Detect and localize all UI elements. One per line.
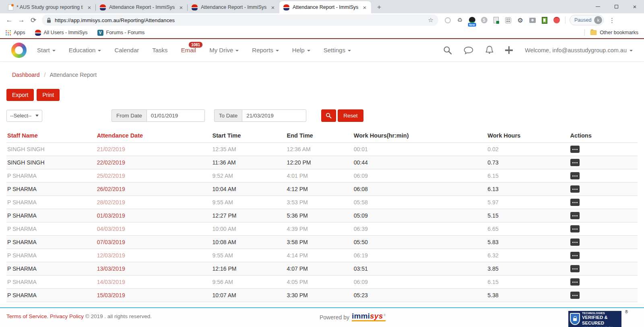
nav-settings[interactable]: Settings <box>324 47 351 53</box>
breadcrumb-dashboard-link[interactable]: Dashboard <box>12 72 40 78</box>
row-actions-button[interactable] <box>570 159 580 166</box>
chevron-down-icon <box>276 50 279 51</box>
staff-select-dropdown[interactable]: --Select-- <box>6 110 42 122</box>
search-button[interactable] <box>321 109 336 122</box>
staff-name-cell: P SHARMA <box>6 183 96 196</box>
close-tab-icon[interactable]: × <box>270 4 276 11</box>
gear-extension-icon[interactable]: ⚙ <box>516 16 524 24</box>
address-bar[interactable]: https://app.immisys.com.au/Reporting/Att… <box>42 14 438 26</box>
export-button[interactable]: Export <box>6 89 34 101</box>
document-extension-icon[interactable] <box>492 16 500 24</box>
forward-button[interactable]: → <box>15 14 27 26</box>
browser-tab-2[interactable]: Attendance Report - ImmiSys × <box>96 1 188 13</box>
profile-sync-paused-button[interactable]: Paused k <box>570 15 604 25</box>
row-actions-button[interactable] <box>570 199 580 206</box>
row-actions-button[interactable] <box>570 212 580 219</box>
from-date-label: From Date <box>111 109 147 122</box>
close-tab-icon[interactable]: × <box>178 4 184 11</box>
nav-email[interactable]: Email 1081 <box>181 47 196 53</box>
row-actions-button[interactable] <box>570 146 580 153</box>
row-actions-button[interactable] <box>570 252 580 259</box>
table-row: P SHARMA 01/03/2019 12:27 PM 5:36 PM 05:… <box>6 209 638 222</box>
print-button[interactable]: Print <box>37 89 60 101</box>
nav-tasks[interactable]: Tasks <box>152 47 167 53</box>
other-bookmarks-button[interactable]: Other bookmarks <box>584 29 638 36</box>
ellipsis-icon <box>574 162 576 163</box>
browser-tab-4-active[interactable]: Attendance Report - ImmiSys × <box>279 1 371 13</box>
grey-circle-extension-icon[interactable] <box>444 16 452 24</box>
attendance-table-body: SINGH SINGH 21/02/2019 12:35 AM 12:36 AM… <box>6 143 638 302</box>
nav-help[interactable]: Help <box>292 47 310 53</box>
nav-start[interactable]: Start <box>37 47 56 53</box>
orange-ball-extension-icon[interactable] <box>553 16 560 24</box>
breadcrumb: Dashboard / Attendance Report <box>12 72 644 78</box>
ellipsis-icon <box>574 202 576 203</box>
chrome-menu-icon[interactable]: ⋮ <box>607 16 617 24</box>
apps-shortcut[interactable]: Apps <box>6 30 25 35</box>
privacy-link[interactable]: Privacy Policy <box>50 313 84 319</box>
tab-title: Attendance Report - ImmiSys <box>293 4 358 10</box>
tab-title: Attendance Report - ImmiSys <box>109 4 175 10</box>
row-actions-button[interactable] <box>570 225 580 232</box>
nav-my-drive[interactable]: My Drive <box>209 47 239 53</box>
new-tab-button[interactable]: + <box>374 2 385 13</box>
work-hours-cell: 0.02 <box>487 143 569 156</box>
row-actions-button[interactable] <box>570 265 580 272</box>
row-actions-button[interactable] <box>570 172 580 179</box>
badge-verified: VERIFIED & SECURED <box>582 315 619 326</box>
attendance-date-cell: 25/02/2019 <box>96 169 212 183</box>
nav-calendar[interactable]: Calendar <box>114 47 139 53</box>
to-date-input[interactable] <box>242 109 306 122</box>
adblock-extension-icon[interactable]: New <box>468 16 476 24</box>
attendance-date-cell: 01/03/2019 <box>96 209 212 222</box>
bookmark-label: All Users - ImmiSys <box>44 30 88 35</box>
close-window-button[interactable]: × <box>625 0 644 13</box>
immisys-logo[interactable]: immisys® <box>352 312 386 321</box>
powered-by-label: Powered by <box>320 314 349 321</box>
search-icon[interactable] <box>443 45 452 55</box>
bookmark-all-users[interactable]: All Users - ImmiSys <box>35 30 88 36</box>
from-date-input[interactable] <box>147 109 205 122</box>
col-attendance-date[interactable]: Attendance Date <box>96 129 212 143</box>
row-actions-button[interactable] <box>570 239 580 246</box>
staff-name-cell: P SHARMA <box>6 289 96 302</box>
s-extension-icon[interactable]: S <box>480 16 488 24</box>
reset-button[interactable]: Reset <box>338 109 363 122</box>
row-actions-button[interactable] <box>570 185 580 193</box>
from-date-group: From Date <box>111 109 205 122</box>
browser-tab-1[interactable]: * AUS Study group reporting tha × <box>4 1 96 13</box>
browser-tab-3[interactable]: Attendance Report - ImmiSys × <box>188 1 279 13</box>
work-hours-cell: 6.15 <box>487 276 569 289</box>
reload-button[interactable]: ⟳ <box>27 14 39 26</box>
nav-reports[interactable]: Reports <box>252 47 279 53</box>
terms-link[interactable]: Terms of Service. <box>6 313 48 319</box>
recycle-extension-icon[interactable]: ♻ <box>456 16 464 24</box>
nav-education[interactable]: Education <box>69 47 101 53</box>
camera-extension-icon[interactable] <box>528 16 536 24</box>
new-badge: New <box>468 23 476 27</box>
restore-button[interactable] <box>607 0 625 13</box>
immisys-favicon-icon <box>35 30 41 36</box>
green-panel-extension-icon[interactable] <box>541 16 548 24</box>
aus-study-group-logo[interactable] <box>11 43 27 58</box>
close-tab-icon[interactable]: × <box>86 4 93 11</box>
to-date-group: To Date <box>214 109 307 122</box>
work-hours-hm-cell: 06:39 <box>353 222 487 236</box>
add-icon[interactable] <box>505 46 513 54</box>
col-staff-name[interactable]: Staff Name <box>6 129 96 143</box>
back-button[interactable]: ← <box>3 14 15 26</box>
minimize-button[interactable] <box>588 0 607 13</box>
row-actions-button[interactable] <box>570 278 580 286</box>
user-menu[interactable]: Welcome, info@ausstudygroup.com.au <box>525 47 633 53</box>
bookmark-star-icon[interactable]: ☆ <box>428 16 433 24</box>
bookmark-forums[interactable]: V Forums - Forums <box>97 30 145 36</box>
bell-icon[interactable] <box>485 45 494 56</box>
close-tab-icon[interactable]: × <box>361 4 368 11</box>
url-text[interactable]: https://app.immisys.com.au/Reporting/Att… <box>55 17 175 23</box>
end-time-cell: 3:53 PM <box>286 196 353 209</box>
starfield-security-badge[interactable]: STARFIELD TECHNOLOGIES VERIFIED & SECURE… <box>568 311 621 327</box>
grid-extension-icon[interactable] <box>504 16 512 24</box>
immisys-favicon-icon <box>192 4 198 10</box>
chat-icon[interactable] <box>463 45 474 55</box>
row-actions-button[interactable] <box>570 292 580 299</box>
